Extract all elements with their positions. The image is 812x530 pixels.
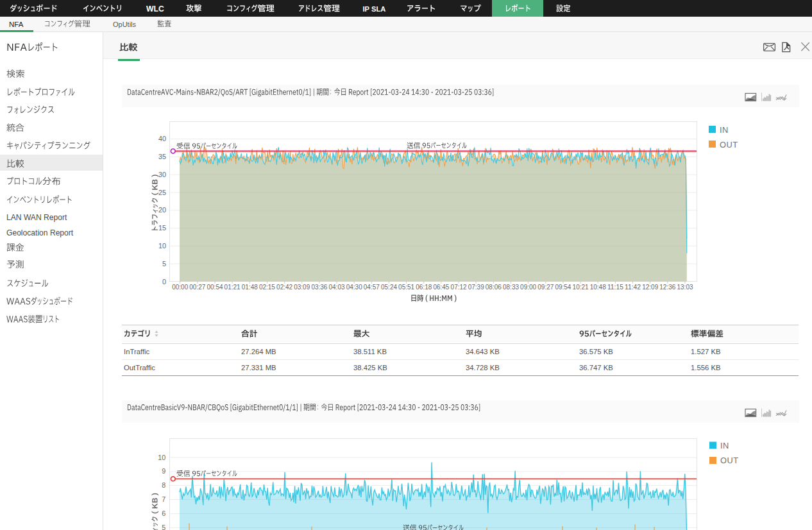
svg-text:38.425 KB: 38.425 KB xyxy=(353,364,387,372)
svg-text:40: 40 xyxy=(158,135,166,142)
svg-text:08:33: 08:33 xyxy=(503,284,519,291)
svg-text:7: 7 xyxy=(162,495,165,503)
svg-text:25: 25 xyxy=(158,189,166,196)
svg-text:27.264 MB: 27.264 MB xyxy=(241,348,276,355)
svg-text:00:27: 00:27 xyxy=(189,284,205,291)
svg-text:IN: IN xyxy=(720,125,729,135)
svg-text:03:36: 03:36 xyxy=(311,284,327,291)
svg-text:11:42: 11:42 xyxy=(625,284,641,291)
svg-text:12:36: 12:36 xyxy=(659,284,675,291)
svg-text:36.747 KB: 36.747 KB xyxy=(579,364,613,372)
svg-text:34.728 KB: 34.728 KB xyxy=(466,364,500,372)
svg-text:07:12: 07:12 xyxy=(451,284,467,291)
svg-text:13:03: 13:03 xyxy=(677,284,693,291)
svg-text:0: 0 xyxy=(162,278,166,286)
svg-text:01:21: 01:21 xyxy=(224,284,241,291)
svg-text:1.527 KB: 1.527 KB xyxy=(691,348,720,355)
svg-text:WLC: WLC xyxy=(146,4,164,13)
svg-text:09:00: 09:00 xyxy=(520,284,536,291)
svg-text:OUT: OUT xyxy=(720,140,738,150)
svg-text:11:15: 11:15 xyxy=(607,284,623,291)
svg-text:07:39: 07:39 xyxy=(468,284,484,291)
svg-text:10:21: 10:21 xyxy=(573,284,589,291)
svg-text:10: 10 xyxy=(158,242,166,250)
svg-text:06:45: 06:45 xyxy=(433,284,449,291)
svg-text:36.575 KB: 36.575 KB xyxy=(579,348,613,355)
svg-text:08:06: 08:06 xyxy=(486,284,502,291)
svg-text:9: 9 xyxy=(162,467,165,475)
svg-text:Geolocation Report: Geolocation Report xyxy=(6,228,74,237)
svg-text:10: 10 xyxy=(158,454,165,461)
svg-text:OutTraffic: OutTraffic xyxy=(124,364,155,372)
svg-text:10:48: 10:48 xyxy=(590,284,606,291)
svg-text:02:42: 02:42 xyxy=(276,284,292,291)
svg-text:09:54: 09:54 xyxy=(555,284,571,291)
svg-text:05:24: 05:24 xyxy=(381,284,397,291)
svg-text:00:00: 00:00 xyxy=(172,284,188,291)
svg-text:OpUtils: OpUtils xyxy=(113,21,137,28)
svg-text:01:48: 01:48 xyxy=(242,284,258,291)
svg-text:IP SLA: IP SLA xyxy=(363,5,386,13)
svg-text:35: 35 xyxy=(158,153,166,160)
svg-text:02:15: 02:15 xyxy=(259,284,275,291)
svg-text:04:30: 04:30 xyxy=(346,284,362,291)
svg-text:6: 6 xyxy=(162,509,165,517)
svg-text:06:18: 06:18 xyxy=(416,284,432,291)
svg-text:30: 30 xyxy=(158,171,166,178)
svg-text:04:57: 04:57 xyxy=(364,284,380,291)
svg-text:34.643 KB: 34.643 KB xyxy=(466,348,500,355)
svg-text:InTraffic: InTraffic xyxy=(124,348,150,355)
svg-text:05:51: 05:51 xyxy=(398,284,414,291)
svg-text:1.556 KB: 1.556 KB xyxy=(691,364,720,372)
svg-text:27.331 MB: 27.331 MB xyxy=(241,364,276,372)
svg-text:5: 5 xyxy=(162,524,165,530)
svg-text:04:03: 04:03 xyxy=(329,284,345,291)
svg-text:38.511 KB: 38.511 KB xyxy=(353,348,387,355)
svg-text:LAN WAN Report: LAN WAN Report xyxy=(6,213,67,222)
svg-text:IN: IN xyxy=(720,441,729,450)
svg-text:12:09: 12:09 xyxy=(642,284,658,291)
svg-text:03:09: 03:09 xyxy=(294,284,310,291)
svg-text:OUT: OUT xyxy=(720,456,739,465)
svg-text:20: 20 xyxy=(158,206,166,214)
svg-text:8: 8 xyxy=(162,481,165,489)
svg-text:NFA: NFA xyxy=(9,21,24,28)
svg-text:15: 15 xyxy=(158,224,166,232)
svg-text:09:27: 09:27 xyxy=(537,284,554,291)
svg-text:5: 5 xyxy=(162,260,166,268)
svg-text:00:54: 00:54 xyxy=(207,284,223,291)
